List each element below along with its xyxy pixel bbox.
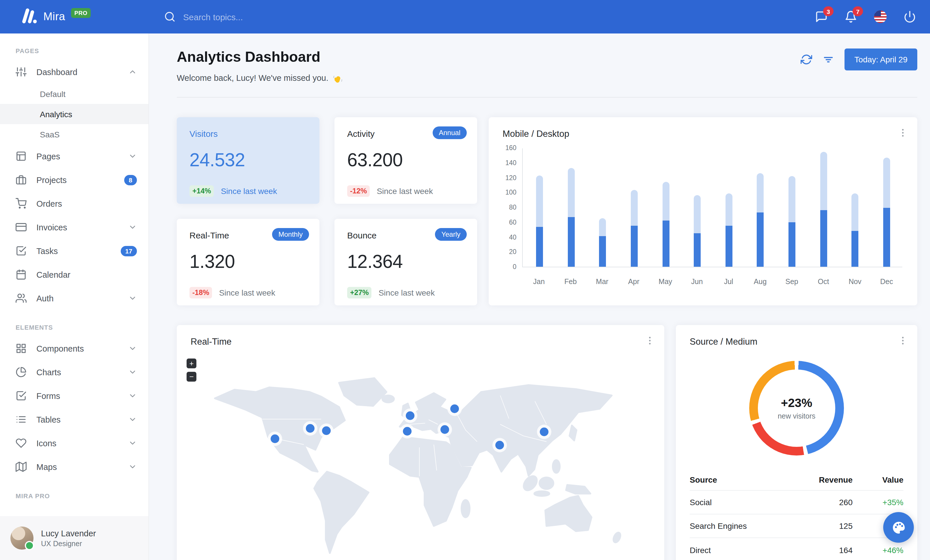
sidebar-subitem-default[interactable]: Default [0, 84, 148, 104]
pro-badge: PRO [71, 8, 91, 18]
source-title: Source / Medium [690, 337, 904, 347]
brand[interactable]: Mira PRO [0, 8, 149, 26]
sidebar-item-calendar[interactable]: Calendar [0, 263, 148, 286]
bar-nov[interactable] [845, 193, 865, 267]
map-marker[interactable] [271, 434, 279, 443]
messages-button[interactable]: 3 [815, 11, 828, 23]
check-square-icon [15, 390, 26, 401]
bar-jun[interactable] [687, 195, 707, 267]
map-title: Real-Time [191, 337, 650, 347]
y-axis-tick: 40 [502, 233, 516, 241]
bar-oct[interactable] [814, 152, 833, 267]
sidebar-item-charts[interactable]: Charts [0, 360, 148, 384]
chevron-down-icon [128, 344, 137, 353]
sidebar-item-dashboard[interactable]: Dashboard [0, 60, 148, 84]
sidebar-subitem-analytics[interactable]: Analytics [0, 104, 148, 124]
world-map[interactable]: + − [177, 355, 664, 560]
logout-button[interactable] [904, 11, 916, 23]
x-axis-label: Dec [877, 278, 896, 286]
chevron-down-icon [128, 391, 137, 400]
map-marker[interactable] [406, 411, 414, 420]
desktop-bar-segment [757, 173, 764, 212]
bar-dec[interactable] [877, 158, 896, 267]
sidebar-item-icons[interactable]: Icons [0, 431, 148, 455]
period-chip[interactable]: Yearly [435, 228, 467, 241]
sidebar-item-projects[interactable]: Projects8 [0, 168, 148, 192]
mobile-bar-segment [788, 222, 795, 267]
map-zoom-in-button[interactable]: + [186, 359, 196, 368]
sidebar-item-orders[interactable]: Orders [0, 192, 148, 215]
mobile-bar-segment [757, 212, 764, 267]
more-options-icon[interactable] [645, 335, 655, 346]
desktop-bar-segment [820, 152, 827, 210]
stat-caption: Since last week [377, 186, 433, 196]
chevron-down-icon [128, 294, 137, 302]
theme-settings-fab[interactable] [883, 512, 914, 543]
sidebar-subitem-saas[interactable]: SaaS [0, 124, 148, 144]
messages-count-badge: 3 [823, 6, 833, 16]
user-name: Lucy Lavender [41, 529, 96, 538]
bar-sep[interactable] [782, 176, 802, 267]
palette-icon [891, 520, 906, 535]
sidebar-item-auth[interactable]: Auth [0, 286, 148, 310]
sidebar-item-pages[interactable]: Pages [0, 144, 148, 168]
y-axis-tick: 20 [502, 249, 516, 255]
stat-card-activity: ActivityAnnual63.200-12%Since last week [334, 117, 477, 204]
delta-badge: +27% [347, 287, 372, 298]
desktop-bar-segment [631, 190, 638, 226]
top-navbar: Mira PRO 3 7 [0, 0, 930, 34]
map-marker[interactable] [306, 424, 314, 433]
refresh-icon[interactable] [801, 54, 812, 65]
date-range-button[interactable]: Today: April 29 [844, 49, 917, 71]
filter-icon[interactable] [822, 54, 834, 65]
sidebar-item-forms[interactable]: Forms [0, 384, 148, 408]
bar-jan[interactable] [530, 175, 549, 267]
bar-apr[interactable] [624, 190, 644, 267]
mobile-bar-segment [883, 208, 890, 267]
header-divider [177, 97, 917, 98]
y-axis-tick: 100 [502, 189, 516, 196]
bar-may[interactable] [656, 182, 676, 267]
bar-mar[interactable] [593, 218, 613, 267]
map-marker[interactable] [450, 404, 459, 413]
map-zoom-out-button[interactable]: − [186, 372, 196, 382]
mobile-bar-segment [536, 227, 543, 267]
map-marker[interactable] [495, 441, 504, 450]
bar-aug[interactable] [751, 173, 770, 267]
period-chip[interactable]: Monthly [272, 228, 309, 241]
bar-jul[interactable] [719, 193, 739, 267]
source-cell: Direct [690, 545, 788, 554]
sidebar-section-label: ELEMENTS [0, 310, 148, 337]
x-axis-label: Mar [592, 278, 612, 286]
us-flag-icon[interactable] [874, 11, 887, 23]
sidebar-item-maps[interactable]: Maps [0, 455, 148, 479]
notifications-button[interactable]: 7 [844, 11, 857, 23]
y-axis-tick: 160 [502, 144, 516, 151]
map-marker[interactable] [403, 427, 411, 436]
sidebar-user[interactable]: Lucy Lavender UX Designer [0, 516, 148, 560]
bar-feb[interactable] [561, 168, 581, 267]
desktop-bar-segment [536, 175, 543, 227]
briefcase-icon [15, 174, 26, 185]
heart-icon [15, 437, 26, 449]
sidebar-count-badge: 8 [124, 175, 137, 185]
more-options-icon[interactable] [898, 335, 908, 346]
revenue-cell: 164 [788, 545, 853, 554]
column-header: Source [690, 475, 788, 484]
sidebar-item-invoices[interactable]: Invoices [0, 215, 148, 239]
x-axis-label: Nov [845, 278, 865, 286]
map-marker[interactable] [440, 425, 449, 434]
period-chip[interactable]: Annual [433, 126, 467, 139]
search-input[interactable] [183, 12, 322, 21]
more-options-icon[interactable] [898, 127, 908, 138]
sidebar-item-tasks[interactable]: Tasks17 [0, 239, 148, 263]
sidebar-item-components[interactable]: Components [0, 337, 148, 360]
map-marker[interactable] [540, 428, 548, 436]
navbar-search[interactable] [164, 11, 322, 23]
value-cell: +35% [853, 498, 904, 507]
source-cell: Search Engines [690, 521, 788, 531]
sidebar-section-label: PAGES [0, 34, 148, 60]
y-axis-tick: 120 [502, 174, 516, 181]
map-marker[interactable] [322, 427, 331, 435]
sidebar-item-tables[interactable]: Tables [0, 408, 148, 431]
